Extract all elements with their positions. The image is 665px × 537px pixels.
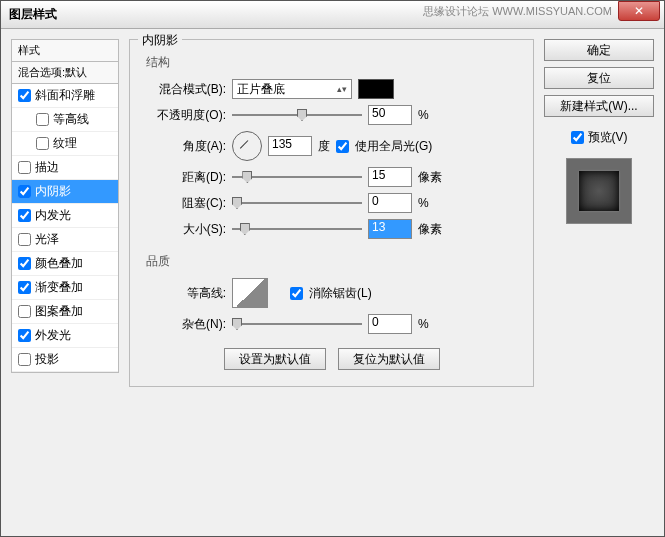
style-label: 描边 xyxy=(35,159,59,176)
titlebar[interactable]: 图层样式 思缘设计论坛 WWW.MISSYUAN.COM ✕ xyxy=(1,1,664,29)
style-checkbox[interactable] xyxy=(18,329,31,342)
style-checkbox[interactable] xyxy=(18,209,31,222)
choke-slider[interactable] xyxy=(232,195,362,211)
preview-label: 预览(V) xyxy=(588,129,628,146)
size-slider[interactable] xyxy=(232,221,362,237)
styles-header[interactable]: 样式 xyxy=(11,39,119,62)
contour-label: 等高线: xyxy=(140,285,226,302)
distance-unit: 像素 xyxy=(418,169,448,186)
style-label: 斜面和浮雕 xyxy=(35,87,95,104)
noise-slider[interactable] xyxy=(232,316,362,332)
blend-options-header[interactable]: 混合选项:默认 xyxy=(11,62,119,84)
style-label: 等高线 xyxy=(53,111,89,128)
style-item-图案叠加[interactable]: 图案叠加 xyxy=(12,300,118,324)
style-checkbox[interactable] xyxy=(18,257,31,270)
style-item-光泽[interactable]: 光泽 xyxy=(12,228,118,252)
style-item-纹理[interactable]: 纹理 xyxy=(12,132,118,156)
choke-unit: % xyxy=(418,196,448,210)
angle-dial[interactable] xyxy=(232,131,262,161)
style-checkbox[interactable] xyxy=(18,185,31,198)
style-item-内阴影[interactable]: 内阴影 xyxy=(12,180,118,204)
style-label: 外发光 xyxy=(35,327,71,344)
cancel-button[interactable]: 复位 xyxy=(544,67,654,89)
global-light-checkbox[interactable] xyxy=(336,140,349,153)
style-label: 内阴影 xyxy=(35,183,71,200)
distance-slider[interactable] xyxy=(232,169,362,185)
style-checkbox[interactable] xyxy=(18,161,31,174)
opacity-unit: % xyxy=(418,108,448,122)
shadow-color-swatch[interactable] xyxy=(358,79,394,99)
contour-picker[interactable] xyxy=(232,278,268,308)
style-item-颜色叠加[interactable]: 颜色叠加 xyxy=(12,252,118,276)
style-label: 颜色叠加 xyxy=(35,255,83,272)
style-label: 光泽 xyxy=(35,231,59,248)
angle-label: 角度(A): xyxy=(140,138,226,155)
style-label: 内发光 xyxy=(35,207,71,224)
panel-title: 内阴影 xyxy=(138,32,182,49)
close-icon: ✕ xyxy=(634,4,644,18)
anti-alias-checkbox[interactable] xyxy=(290,287,303,300)
close-button[interactable]: ✕ xyxy=(618,1,660,21)
opacity-label: 不透明度(O): xyxy=(140,107,226,124)
global-light-label: 使用全局光(G) xyxy=(355,138,432,155)
window-title: 图层样式 xyxy=(9,6,57,23)
choke-label: 阻塞(C): xyxy=(140,195,226,212)
style-checkbox[interactable] xyxy=(18,89,31,102)
angle-unit: 度 xyxy=(318,138,330,155)
choke-input[interactable]: 0 xyxy=(368,193,412,213)
distance-input[interactable]: 15 xyxy=(368,167,412,187)
noise-input[interactable]: 0 xyxy=(368,314,412,334)
style-label: 图案叠加 xyxy=(35,303,83,320)
inner-shadow-panel: 内阴影 结构 混合模式(B): 正片叠底 ▴▾ 不透明度(O): 50 % xyxy=(129,39,534,387)
style-checkbox[interactable] xyxy=(18,305,31,318)
watermark: 思缘设计论坛 WWW.MISSYUAN.COM xyxy=(423,4,612,19)
opacity-input[interactable]: 50 xyxy=(368,105,412,125)
preview-checkbox[interactable] xyxy=(571,131,584,144)
style-checkbox[interactable] xyxy=(36,137,49,150)
style-item-外发光[interactable]: 外发光 xyxy=(12,324,118,348)
style-item-内发光[interactable]: 内发光 xyxy=(12,204,118,228)
style-item-描边[interactable]: 描边 xyxy=(12,156,118,180)
ok-button[interactable]: 确定 xyxy=(544,39,654,61)
style-checkbox[interactable] xyxy=(18,353,31,366)
chevron-updown-icon: ▴▾ xyxy=(337,85,347,93)
section-structure: 结构 xyxy=(146,54,523,71)
style-item-渐变叠加[interactable]: 渐变叠加 xyxy=(12,276,118,300)
blend-mode-label: 混合模式(B): xyxy=(140,81,226,98)
anti-alias-label: 消除锯齿(L) xyxy=(309,285,372,302)
style-list-panel: 样式 混合选项:默认 斜面和浮雕等高线纹理描边内阴影内发光光泽颜色叠加渐变叠加图… xyxy=(11,39,119,526)
style-label: 渐变叠加 xyxy=(35,279,83,296)
style-checkbox[interactable] xyxy=(36,113,49,126)
preview-swatch xyxy=(566,158,632,224)
noise-label: 杂色(N): xyxy=(140,316,226,333)
style-item-投影[interactable]: 投影 xyxy=(12,348,118,372)
reset-default-button[interactable]: 复位为默认值 xyxy=(338,348,440,370)
right-panel: 确定 复位 新建样式(W)... 预览(V) xyxy=(544,39,654,526)
size-label: 大小(S): xyxy=(140,221,226,238)
section-quality: 品质 xyxy=(146,253,523,270)
style-label: 纹理 xyxy=(53,135,77,152)
size-unit: 像素 xyxy=(418,221,448,238)
size-input[interactable]: 13 xyxy=(368,219,412,239)
blend-mode-select[interactable]: 正片叠底 ▴▾ xyxy=(232,79,352,99)
style-checkbox[interactable] xyxy=(18,233,31,246)
style-label: 投影 xyxy=(35,351,59,368)
new-style-button[interactable]: 新建样式(W)... xyxy=(544,95,654,117)
noise-unit: % xyxy=(418,317,448,331)
opacity-slider[interactable] xyxy=(232,107,362,123)
distance-label: 距离(D): xyxy=(140,169,226,186)
style-item-斜面和浮雕[interactable]: 斜面和浮雕 xyxy=(12,84,118,108)
make-default-button[interactable]: 设置为默认值 xyxy=(224,348,326,370)
style-item-等高线[interactable]: 等高线 xyxy=(12,108,118,132)
layer-style-dialog: 图层样式 思缘设计论坛 WWW.MISSYUAN.COM ✕ 样式 混合选项:默… xyxy=(0,0,665,537)
style-checkbox[interactable] xyxy=(18,281,31,294)
angle-input[interactable]: 135 xyxy=(268,136,312,156)
